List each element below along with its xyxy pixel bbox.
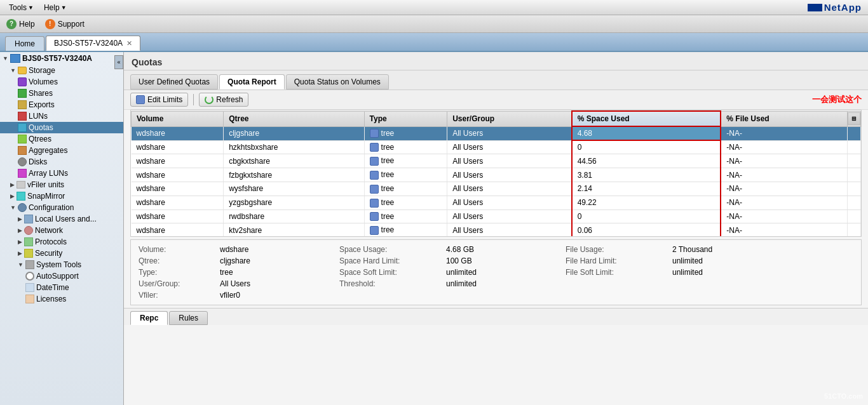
sidebar-qtrees-label: Qtrees xyxy=(29,135,51,143)
expand-arrow-systools: ▼ xyxy=(18,262,24,268)
tab-close-icon[interactable]: ✕ xyxy=(126,39,132,48)
bottom-tab-rules-label: Rules xyxy=(179,314,198,322)
sidebar-autosupport-label: AutoSupport xyxy=(36,272,79,281)
tree-type-icon xyxy=(370,171,379,180)
sidebar-item-volumes[interactable]: Volumes xyxy=(0,76,123,88)
table-row[interactable]: wdsharerwdbsharetreeAll Users0-NA- xyxy=(132,209,861,223)
sidebar-aggregates-label: Aggregates xyxy=(29,146,67,155)
cell-qtree: yzgsbgshare xyxy=(224,196,364,209)
annotation-label: 一会测试这个 xyxy=(812,95,862,104)
help-icon: ? xyxy=(6,19,17,29)
sidebar-item-qtrees[interactable]: Qtrees xyxy=(0,133,123,145)
sidebar-vfiler-label: vFiler units xyxy=(27,180,64,189)
datetime-icon xyxy=(25,283,34,292)
home-tab[interactable]: Home xyxy=(5,36,44,51)
help-button[interactable]: ? Help xyxy=(6,19,35,29)
detail-panel: Volume: wdshare Space Usage: 4.68 GB Fil… xyxy=(130,239,862,305)
sidebar-item-configuration[interactable]: ▼ Configuration xyxy=(0,202,123,213)
support-label: Support xyxy=(58,20,85,29)
table-row[interactable]: wdsharecbgkxtsharetreeAll Users44.56-NA- xyxy=(132,154,861,168)
col-usergroup: User/Group xyxy=(447,111,572,126)
table-row[interactable]: wdsharehzkhtsbxsharetreeAll Users0-NA- xyxy=(132,140,861,154)
detail-space-soft-value: unlimited xyxy=(446,268,560,277)
cell-type: tree xyxy=(364,168,447,182)
qtree-icon xyxy=(18,135,27,143)
bottom-tab-repc[interactable]: Repc xyxy=(130,311,168,325)
sidebar-item-security[interactable]: ▶ Security xyxy=(0,248,123,259)
sidebar-disks-label: Disks xyxy=(29,157,47,166)
sidebar-item-vfiler[interactable]: ▶ vFiler units xyxy=(0,179,123,190)
sidebar-item-luns[interactable]: LUNs xyxy=(0,110,123,122)
refresh-button[interactable]: Refresh xyxy=(199,93,248,107)
expand-arrow-storage: ▼ xyxy=(10,67,16,74)
tab-user-defined-label: User Defined Quotas xyxy=(139,77,210,86)
sidebar-item-storage[interactable]: ▼ Storage xyxy=(0,65,123,76)
table-row[interactable]: wdsharefzbgkxtsharetreeAll Users3.81-NA- xyxy=(132,168,861,182)
sidebar-item-shares[interactable]: Shares xyxy=(0,88,123,99)
cell-qtree: fzbgkxtshare xyxy=(224,168,364,182)
table-row[interactable]: wdshareyzgsbgsharetreeAll Users49.22-NA- xyxy=(132,196,861,209)
tab-quota-status[interactable]: Quota Status on Volumes xyxy=(286,74,389,90)
cell-qtree: ktv2share xyxy=(224,223,364,237)
annotation-text: 一会测试这个 xyxy=(812,94,862,105)
sidebar-item-autosupport[interactable]: AutoSupport xyxy=(0,270,123,282)
help-menu[interactable]: Help ▼ xyxy=(39,2,72,13)
detail-threshold-value: unlimited xyxy=(446,279,560,288)
sidebar-root[interactable]: ▼ BJS0-ST57-V3240A xyxy=(0,52,123,65)
detail-space-soft-label: Space Soft Limit: xyxy=(339,268,441,277)
expand-arrow-vfiler: ▶ xyxy=(10,182,15,188)
table-row[interactable]: wdsharektv2sharetreeAll Users0.06-NA- xyxy=(132,223,861,237)
sidebar-item-network[interactable]: ▶ Network xyxy=(0,225,123,236)
detail-volume-label: Volume: xyxy=(139,245,215,254)
detail-type-label: Type: xyxy=(139,268,215,277)
sidebar-item-disks[interactable]: Disks xyxy=(0,156,123,168)
sidebar-item-snapmirror[interactable]: ▶ SnapMirror xyxy=(0,190,123,202)
cell-volume: wdshare xyxy=(132,168,224,182)
sidebar-item-exports[interactable]: Exports xyxy=(0,99,123,110)
table-row[interactable]: wdsharecljgsharetreeAll Users4.68-NA- xyxy=(132,126,861,140)
active-tab[interactable]: BJS0-ST57-V3240A ✕ xyxy=(46,36,140,51)
tree-type-icon xyxy=(370,199,379,208)
system-tools-icon xyxy=(25,260,34,269)
cell-qtree: rwdbshare xyxy=(224,209,364,223)
sidebar-item-datetime[interactable]: DateTime xyxy=(0,282,123,293)
bottom-tab-rules[interactable]: Rules xyxy=(169,311,208,325)
sidebar-item-system-tools[interactable]: ▼ System Tools xyxy=(0,259,123,270)
sidebar-item-aggregates[interactable]: Aggregates xyxy=(0,145,123,156)
cell-type: tree xyxy=(364,126,447,140)
cell-space-used: 4.68 xyxy=(572,126,721,140)
detail-usergroup-label: User/Group: xyxy=(139,279,215,288)
sidebar-toggle[interactable]: « xyxy=(114,55,123,69)
sidebar-quotas-label: Quotas xyxy=(29,123,53,132)
col-space-label: % Space Used xyxy=(578,114,630,123)
sidebar-network-label: Network xyxy=(35,226,63,235)
bottom-tab-repc-label: Repc xyxy=(140,314,158,322)
support-icon: ! xyxy=(45,19,55,29)
support-button[interactable]: ! Support xyxy=(45,19,85,29)
home-tab-label: Home xyxy=(15,39,35,48)
tab-quota-report[interactable]: Quota Report xyxy=(219,74,285,90)
sidebar-licenses-label: Licenses xyxy=(36,295,66,303)
expand-arrow-security: ▶ xyxy=(18,250,22,256)
sidebar-item-licenses[interactable]: Licenses xyxy=(0,293,123,305)
sidebar-security-label: Security xyxy=(35,249,62,258)
netapp-logo: NetApp xyxy=(808,2,862,13)
detail-vfiler-value: vfiler0 xyxy=(220,291,334,300)
col-type: Type xyxy=(364,111,447,126)
edit-limits-button[interactable]: Edit Limits xyxy=(130,93,188,107)
sidebar-item-quotas[interactable]: Quotas xyxy=(0,122,123,133)
table-row[interactable]: wdsharewysfsharetreeAll Users2.14-NA- xyxy=(132,182,861,196)
sidebar-item-protocols[interactable]: ▶ Protocols xyxy=(0,236,123,248)
sidebar-system-tools-label: System Tools xyxy=(36,260,81,269)
snapmirror-icon xyxy=(17,192,25,201)
detail-space-hard-label: Space Hard Limit: xyxy=(339,256,441,265)
detail-qtree-label: Qtree: xyxy=(139,256,215,265)
sidebar-local-users-label: Local Users and... xyxy=(35,215,97,223)
tools-menu[interactable]: Tools ▼ xyxy=(4,2,39,13)
sidebar-item-local-users[interactable]: ▶ Local Users and... xyxy=(0,213,123,225)
sidebar-item-array-luns[interactable]: Array LUNs xyxy=(0,168,123,179)
sidebar-protocols-label: Protocols xyxy=(35,237,67,246)
tab-user-defined-quotas[interactable]: User Defined Quotas xyxy=(130,74,218,90)
detail-file-usage-label: File Usage: xyxy=(566,245,667,254)
share-icon xyxy=(18,89,27,98)
